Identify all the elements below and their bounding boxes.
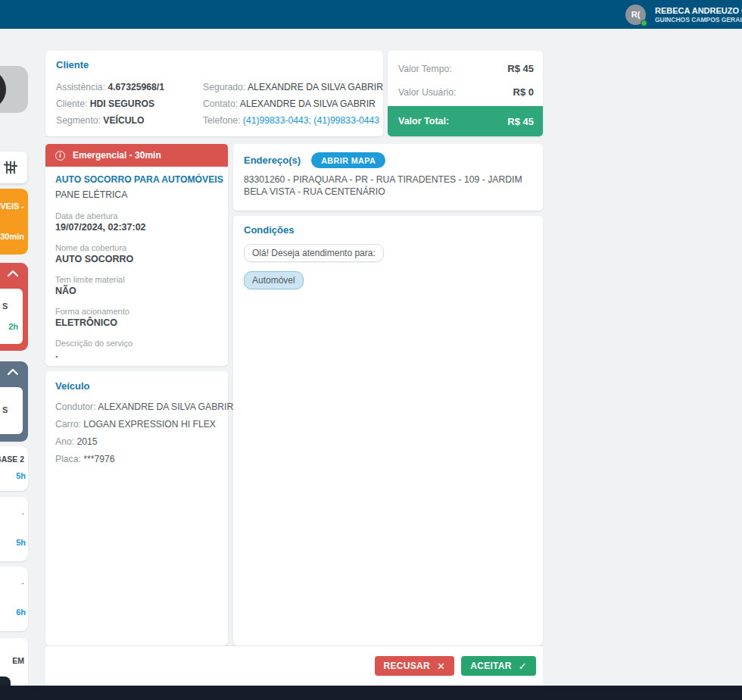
insured-field: Segurado: ALEXANDRE DA SILVA GABRIR: [203, 82, 383, 92]
reject-label: RECUSAR: [384, 661, 430, 671]
queue-item-label: EM: [12, 656, 24, 665]
address-text: 83301260 - PIRAQUARA - PR - RUA TIRADENT…: [244, 173, 532, 198]
address-header: Endereço(s) ABRIR MAPA: [244, 152, 532, 168]
action-bar: RECUSAR ✕ ACEITAR ✓: [45, 645, 543, 686]
chevron-up-icon[interactable]: [8, 270, 18, 277]
assistance-field: Assistência: 4.67325968/1: [56, 82, 164, 92]
field-label: Forma acionamento: [55, 306, 218, 317]
client-card: Cliente Assistência: 4.67325968/1 Client…: [45, 51, 383, 136]
service-name: AUTO SOCORRO PARA AUTOMÓVEIS: [55, 174, 218, 185]
values-card: Valor Tempo: R$ 45 Valor Usuário: R$ 0 V…: [388, 51, 543, 136]
value-amount: R$ 45: [507, 63, 534, 74]
queue-item-label: BASE 2: [0, 455, 24, 464]
field-label: Ano:: [55, 436, 74, 447]
accept-button[interactable]: ACEITAR ✓: [461, 656, 536, 676]
field-value: HDI SEGUROS: [90, 98, 154, 109]
field-label: Segurado:: [203, 82, 245, 92]
driver-field: Condutor: ALEXANDRE DA SILVA GABRIR: [55, 402, 218, 412]
filter-sliders-icon: [3, 160, 18, 175]
queue-group-red[interactable]: S 2h: [0, 263, 28, 351]
field-label: Tem limite material: [55, 274, 218, 285]
queue-subitem[interactable]: S: [0, 387, 23, 434]
field-value: 4.67325968/1: [108, 82, 164, 92]
contact-field: Contato: ALEXANDRE DA SILVA GABRIR: [203, 98, 376, 109]
open-date-field: Data de abertura 19/07/2024, 02:37:02: [55, 211, 218, 234]
user-value-row: Valor Usuário: R$ 0: [398, 86, 534, 98]
field-label: Data de abertura: [55, 211, 218, 221]
address-card: Endereço(s) ABRIR MAPA 83301260 - PIRAQU…: [233, 144, 543, 211]
client-card-title: Cliente: [56, 59, 89, 70]
field-value: ALEXANDRE DA SILVA GABRIR: [98, 402, 233, 412]
trigger-mode-field: Forma acionamento ELETRÔNICO: [55, 306, 218, 330]
top-bar: R( REBECA ANDREUZO C GUINCHOS CAMPOS GER…: [0, 0, 742, 29]
queue-item[interactable]: - 0 6h: [0, 567, 28, 631]
queue-subitem-label: S: [2, 302, 8, 311]
phone-field: Telefone: (41)99833-0443; (41)99833-0443: [203, 115, 379, 126]
field-label: Placa:: [55, 454, 81, 464]
service-subtype: PANE ELÉTRICA: [55, 189, 218, 200]
field-label: Nome da cobertura: [55, 242, 218, 253]
check-icon: ✓: [519, 661, 527, 672]
queue-item-time: 6h: [16, 608, 26, 617]
x-icon: ✕: [437, 661, 445, 672]
description-field: Descrição do serviço .: [55, 338, 218, 361]
field-value: ELETRÔNICO: [55, 317, 218, 330]
queue-item-time: 5h: [16, 538, 26, 547]
field-label: Assistência:: [56, 82, 105, 92]
filter-button[interactable]: [0, 152, 27, 183]
emergency-label: Emergencial - 30min: [73, 150, 161, 161]
bottom-bar: [0, 686, 742, 700]
car-field: Carro: LOGAN EXPRESSION HI FLEX: [55, 419, 218, 430]
chevron-up-icon[interactable]: [8, 369, 18, 375]
field-value: VEÍCULO: [103, 115, 144, 126]
year-field: Ano: 2015: [55, 436, 218, 447]
sidebar-logo: [0, 66, 28, 113]
field-value: 19/07/2024, 02:37:02: [55, 221, 218, 234]
queue-item[interactable]: - 0 5h: [0, 497, 28, 561]
queue-subitem-label: S: [2, 405, 8, 414]
time-value-row: Valor Tempo: R$ 45: [398, 63, 534, 74]
client-field: Cliente: HDI SEGUROS: [56, 98, 154, 109]
queue-item-label: -: [22, 508, 25, 517]
field-value: ALEXANDRE DA SILVA GABRIR: [248, 82, 383, 92]
service-card: AUTO SOCORRO PARA AUTOMÓVEIS PANE ELÉTRI…: [45, 167, 228, 366]
field-value: LOGAN EXPRESSION HI FLEX: [83, 419, 216, 430]
total-value-row: Valor Total: R$ 45: [388, 106, 543, 136]
phone-link[interactable]: (41)99833-0443; (41)99833-0443: [243, 115, 379, 126]
plate-field: Placa: ***7976: [55, 454, 218, 464]
value-label: Valor Tempo:: [398, 64, 452, 74]
open-map-button[interactable]: ABRIR MAPA: [311, 152, 385, 168]
field-label: Descrição do serviço: [55, 338, 218, 348]
user-company: GUINCHOS CAMPOS GERAIS: [655, 16, 742, 24]
queue-group-gray[interactable]: S: [0, 361, 28, 442]
segment-field: Segmento: VEÍCULO: [56, 115, 145, 126]
field-label: Carro:: [55, 419, 81, 430]
field-value: NÃO: [55, 285, 218, 298]
queue-item-base2[interactable]: BASE 2 0 5h: [0, 446, 28, 491]
app-screen: R( REBECA ANDREUZO C GUINCHOS CAMPOS GER…: [0, 0, 742, 700]
queue-item-label: VEIS -: [0, 202, 24, 211]
field-label: Contato:: [203, 98, 238, 109]
user-menu[interactable]: R( REBECA ANDREUZO C GUINCHOS CAMPOS GER…: [625, 0, 742, 29]
vehicle-card: Veículo Condutor: ALEXANDRE DA SILVA GAB…: [45, 371, 228, 645]
field-value: 2015: [76, 436, 97, 447]
field-label: Telefone:: [203, 115, 240, 126]
queue-subitem-time: 2h: [8, 322, 18, 331]
queue-subitem[interactable]: S 2h: [0, 289, 23, 344]
address-card-title: Endereço(s): [244, 155, 301, 166]
logo-circle-icon: [0, 69, 6, 110]
condition-chip-question[interactable]: Olá! Deseja atendimento para:: [244, 244, 384, 262]
queue-item-sla: 30min: [0, 232, 24, 241]
queue-item-emergency[interactable]: VEIS - 30min: [0, 189, 28, 255]
avatar[interactable]: R(: [625, 5, 646, 25]
accept-label: ACEITAR: [470, 661, 512, 671]
user-name: REBECA ANDREUZO C: [655, 5, 742, 16]
field-label: Condutor:: [55, 402, 96, 412]
field-label: Cliente:: [56, 98, 87, 109]
user-info: REBECA ANDREUZO C GUINCHOS CAMPOS GERAIS: [655, 5, 742, 24]
condition-chip-answer[interactable]: Automóvel: [244, 271, 304, 289]
vehicle-card-title: Veículo: [55, 380, 218, 392]
reject-button[interactable]: RECUSAR ✕: [375, 656, 455, 676]
total-label: Valor Total:: [398, 116, 449, 127]
queue-item-label: -: [22, 578, 25, 587]
